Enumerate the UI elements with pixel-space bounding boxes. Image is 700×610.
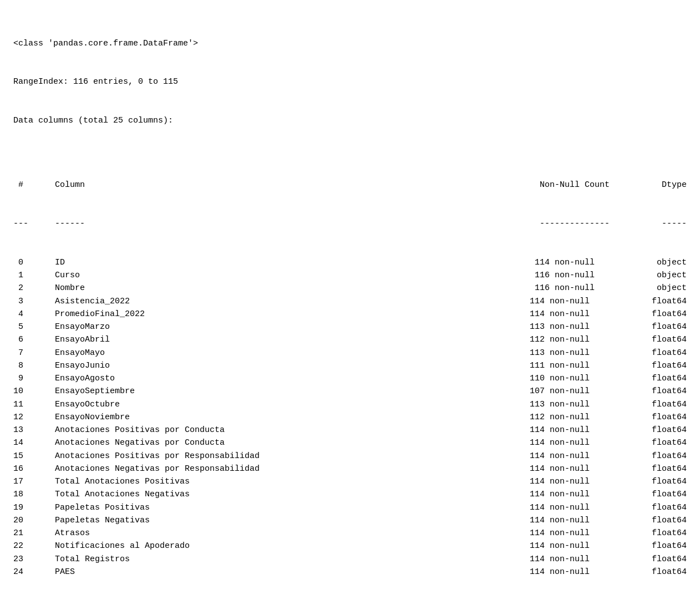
table-header: # Column Non-Null Count Dtype: [13, 179, 687, 191]
table-row: 24 PAES114 non-null float64: [13, 566, 687, 578]
table-row: 10 EnsayoSeptiembre107 non-null float64: [13, 385, 687, 398]
row-index: 17: [13, 475, 40, 488]
row-non-null: 114 non-null: [530, 501, 652, 514]
table-row: 20 Papeletas Negativas114 non-null float…: [13, 514, 687, 527]
sep-non-null: --------------: [540, 217, 662, 230]
row-column: Anotaciones Positivas por Conducta: [40, 424, 530, 436]
row-dtype: float64: [652, 321, 687, 333]
row-dtype: float64: [652, 436, 687, 449]
row-dtype: float64: [652, 398, 687, 411]
row-column: EnsayoAbril: [40, 333, 530, 346]
row-column: Nombre: [40, 282, 535, 294]
row-index: 11: [13, 398, 40, 411]
row-non-null: 114 non-null: [530, 308, 652, 321]
row-index: 16: [13, 462, 40, 475]
row-dtype: float64: [652, 347, 687, 359]
sep-dtype: -----: [662, 217, 687, 230]
row-index: 4: [13, 308, 40, 321]
row-non-null: 116 non-null: [535, 282, 657, 294]
row-index: 5: [13, 321, 40, 333]
row-index: 23: [13, 553, 40, 566]
sep-column: ------: [40, 217, 540, 230]
data-columns-line: Data columns (total 25 columns):: [13, 114, 687, 127]
row-column: Asistencia_2022: [40, 295, 530, 308]
row-non-null: 114 non-null: [530, 566, 652, 578]
row-column: EnsayoJunio: [40, 359, 530, 372]
row-dtype: float64: [652, 501, 687, 514]
row-index: 7: [13, 347, 40, 359]
table-row: 0 ID114 non-null object: [13, 256, 687, 269]
row-dtype: float64: [652, 540, 687, 552]
row-dtype: float64: [652, 385, 687, 398]
row-non-null: 114 non-null: [530, 514, 652, 527]
row-non-null: 114 non-null: [530, 462, 652, 475]
row-dtype: float64: [652, 488, 687, 501]
row-column: ID: [40, 256, 535, 269]
table-row: 23 Total Registros114 non-null float64: [13, 553, 687, 566]
row-column: Notificaciones al Apoderado: [40, 540, 530, 552]
row-non-null: 114 non-null: [530, 553, 652, 566]
header-column: Column: [40, 179, 540, 191]
row-dtype: float64: [652, 359, 687, 372]
table-row: 9 EnsayoAgosto110 non-null float64: [13, 372, 687, 385]
row-column: Papeletas Negativas: [40, 514, 530, 527]
table-row: 21 Atrasos114 non-null float64: [13, 527, 687, 540]
row-non-null: 107 non-null: [530, 385, 652, 398]
row-dtype: float64: [652, 527, 687, 540]
table-row: 8 EnsayoJunio111 non-null float64: [13, 359, 687, 372]
table-row: 16 Anotaciones Negativas por Responsabil…: [13, 462, 687, 475]
row-dtype: object: [657, 269, 687, 282]
row-column: Total Anotaciones Negativas: [40, 488, 530, 501]
row-non-null: 114 non-null: [530, 450, 652, 462]
row-index: 0: [13, 256, 40, 269]
row-index: 24: [13, 566, 40, 578]
row-non-null: 114 non-null: [530, 527, 652, 540]
dataframe-info-output: <class 'pandas.core.frame.DataFrame'> Ra…: [13, 11, 687, 610]
row-column: PromedioFinal_2022: [40, 308, 530, 321]
row-index: 9: [13, 372, 40, 385]
row-column: Anotaciones Negativas por Conducta: [40, 436, 530, 449]
row-column: Papeletas Positivas: [40, 501, 530, 514]
table-row: 18 Total Anotaciones Negativas114 non-nu…: [13, 488, 687, 501]
table-row: 1 Curso116 non-null object: [13, 269, 687, 282]
row-column: EnsayoMarzo: [40, 321, 530, 333]
row-column: Atrasos: [40, 527, 530, 540]
row-column: Anotaciones Positivas por Responsabilida…: [40, 450, 530, 462]
row-column: PAES: [40, 566, 530, 578]
table-row: 2 Nombre116 non-null object: [13, 282, 687, 294]
row-non-null: 112 non-null: [530, 411, 652, 424]
row-column: Anotaciones Negativas por Responsabilida…: [40, 462, 530, 475]
row-dtype: float64: [652, 475, 687, 488]
row-non-null: 114 non-null: [530, 475, 652, 488]
row-non-null: 114 non-null: [535, 256, 657, 269]
table-row: 6 EnsayoAbril112 non-null float64: [13, 333, 687, 346]
table-rows-container: 0 ID114 non-null object 1 Curso116 non-n…: [13, 256, 687, 578]
table-row: 7 EnsayoMayo113 non-null float64: [13, 347, 687, 359]
columns-table: # Column Non-Null Count Dtype --- ------…: [13, 153, 687, 604]
row-index: 14: [13, 436, 40, 449]
row-non-null: 114 non-null: [530, 540, 652, 552]
row-non-null: 113 non-null: [530, 398, 652, 411]
table-row: 15 Anotaciones Positivas por Responsabil…: [13, 450, 687, 462]
row-dtype: float64: [652, 411, 687, 424]
row-column: EnsayoSeptiembre: [40, 385, 530, 398]
row-column: Curso: [40, 269, 535, 282]
row-non-null: 114 non-null: [530, 424, 652, 436]
row-index: 8: [13, 359, 40, 372]
row-index: 12: [13, 411, 40, 424]
row-index: 6: [13, 333, 40, 346]
row-dtype: float64: [652, 514, 687, 527]
row-dtype: float64: [652, 462, 687, 475]
row-dtype: float64: [652, 333, 687, 346]
row-non-null: 113 non-null: [530, 347, 652, 359]
row-non-null: 110 non-null: [530, 372, 652, 385]
row-non-null: 114 non-null: [530, 436, 652, 449]
row-index: 2: [13, 282, 40, 294]
row-column: EnsayoOctubre: [40, 398, 530, 411]
row-index: 20: [13, 514, 40, 527]
table-row: 22 Notificaciones al Apoderado114 non-nu…: [13, 540, 687, 552]
row-index: 18: [13, 488, 40, 501]
sep-hash: ---: [13, 217, 40, 230]
row-index: 22: [13, 540, 40, 552]
row-index: 13: [13, 424, 40, 436]
